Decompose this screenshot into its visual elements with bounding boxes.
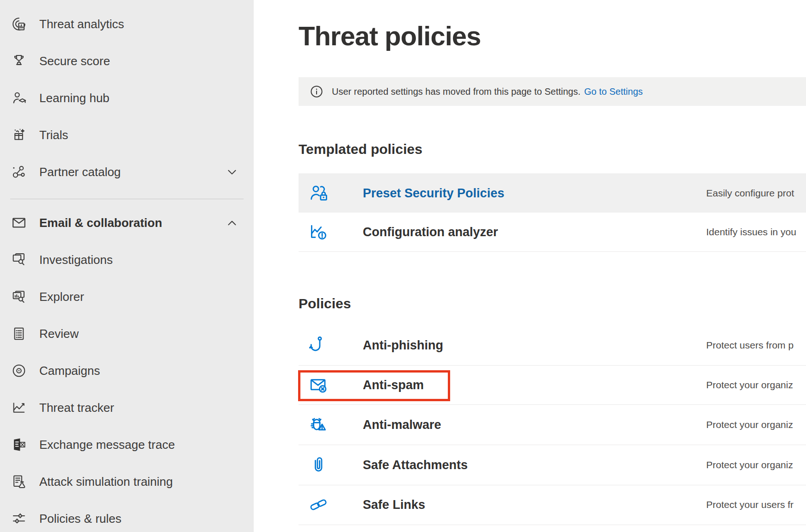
row-title[interactable]: Configuration analyzer <box>363 225 498 239</box>
sidebar-item-label: Attack simulation training <box>39 475 173 489</box>
left-nav-sidebar: Threat analytics Secure score Learning h… <box>0 0 254 532</box>
sidebar-item-email-collaboration[interactable]: Email & collaboration <box>0 204 254 241</box>
row-description: Protect users from p <box>706 340 794 351</box>
row-description: Protect your organiz <box>706 419 793 430</box>
row-description: Protect your organiz <box>706 379 793 391</box>
templated-policies-heading: Templated policies <box>299 141 422 157</box>
row-divider <box>299 525 806 525</box>
sidebar-item-threat-tracker[interactable]: Threat tracker <box>0 389 254 426</box>
anti-spam-icon <box>308 374 329 396</box>
sidebar-item-learning-hub[interactable]: Learning hub <box>0 79 254 116</box>
sidebar-item-investigations[interactable]: Investigations <box>0 241 254 278</box>
banner-message: User reported settings has moved from th… <box>332 86 580 97</box>
page-title: Threat policies <box>299 20 481 51</box>
sidebar-item-exchange-message-trace[interactable]: Exchange message trace <box>0 426 254 463</box>
sidebar-item-label: Investigations <box>39 253 113 267</box>
row-description: Easily configure prot <box>706 188 794 199</box>
anti-phishing-icon <box>308 335 329 356</box>
sidebar-item-review[interactable]: Review <box>0 315 254 352</box>
info-banner: User reported settings has moved from th… <box>299 77 806 106</box>
safe-links-icon <box>308 494 329 515</box>
threat-analytics-icon <box>10 15 28 33</box>
sidebar-item-label: Review <box>39 327 79 341</box>
row-description: Protect your users fr <box>706 499 794 510</box>
row-description: Identify issues in you <box>706 226 796 238</box>
anti-malware-icon <box>308 414 329 435</box>
sidebar-item-label: Exchange message trace <box>39 438 175 452</box>
sidebar-item-attack-simulation-training[interactable]: Attack simulation training <box>0 463 254 500</box>
row-anti-phishing[interactable]: Anti-phishing Protect users from p <box>299 325 806 365</box>
row-anti-spam[interactable]: Anti-spam Protect your organiz <box>299 365 806 404</box>
row-title[interactable]: Anti-malware <box>363 417 441 432</box>
sidebar-item-label: Email & collaboration <box>39 216 162 230</box>
sidebar-item-threat-analytics[interactable]: Threat analytics <box>0 6 254 43</box>
threat-policies-page: { "page": { "title": "Threat policies" }… <box>0 0 806 532</box>
sidebar-item-policies-rules[interactable]: Policies & rules <box>0 500 254 532</box>
sidebar-item-trials[interactable]: Trials <box>0 116 254 153</box>
row-title-link[interactable]: Preset Security Policies <box>363 186 504 200</box>
explorer-icon <box>10 287 28 306</box>
learning-hub-icon <box>10 89 28 107</box>
safe-attachments-icon <box>308 454 329 476</box>
row-safe-attachments[interactable]: Safe Attachments Protect your organiz <box>299 445 806 485</box>
email-collaboration-icon <box>10 214 28 232</box>
threat-tracker-icon <box>10 398 28 417</box>
chevron-down-icon[interactable] <box>226 166 238 178</box>
chevron-up-icon[interactable] <box>226 217 238 229</box>
campaigns-icon <box>10 361 28 380</box>
sidebar-item-label: Threat analytics <box>39 17 124 31</box>
row-title[interactable]: Safe Links <box>363 498 425 512</box>
sidebar-item-label: Explorer <box>39 290 84 304</box>
row-divider <box>299 251 806 252</box>
sidebar-item-label: Threat tracker <box>39 401 114 415</box>
row-preset-security-policies[interactable]: Preset Security Policies Easily configur… <box>299 173 806 213</box>
sidebar-item-secure-score[interactable]: Secure score <box>0 43 254 79</box>
sidebar-item-partner-catalog[interactable]: Partner catalog <box>0 153 254 190</box>
row-description: Protect your organiz <box>706 459 793 471</box>
investigations-icon <box>10 251 28 269</box>
sidebar-item-label: Campaigns <box>39 364 100 378</box>
nav-menu: Threat analytics Secure score Learning h… <box>0 0 254 532</box>
preset-security-icon <box>308 183 329 204</box>
info-icon <box>310 85 324 98</box>
policies-heading: Policies <box>299 296 351 312</box>
trials-icon <box>10 126 28 144</box>
exchange-icon <box>10 435 28 454</box>
go-to-settings-link[interactable]: Go to Settings <box>584 86 643 97</box>
row-anti-malware[interactable]: Anti-malware Protect your organiz <box>299 404 806 445</box>
row-safe-links[interactable]: Safe Links Protect your users fr <box>299 485 806 525</box>
review-icon <box>10 324 28 343</box>
row-title[interactable]: Anti-phishing <box>363 338 443 353</box>
sidebar-item-label: Learning hub <box>39 91 110 105</box>
sidebar-item-explorer[interactable]: Explorer <box>0 278 254 315</box>
sidebar-item-label: Policies & rules <box>39 512 122 526</box>
configuration-analyzer-icon <box>308 221 329 243</box>
row-title[interactable]: Anti-spam <box>363 378 424 392</box>
policies-rules-icon <box>10 509 28 528</box>
secure-score-icon <box>10 52 28 70</box>
main-content: Threat policies User reported settings h… <box>254 0 806 532</box>
sidebar-divider <box>10 199 244 199</box>
sidebar-item-label: Partner catalog <box>39 165 121 179</box>
partner-catalog-icon <box>10 163 28 181</box>
row-configuration-analyzer[interactable]: Configuration analyzer Identify issues i… <box>299 213 806 251</box>
sidebar-item-campaigns[interactable]: Campaigns <box>0 352 254 389</box>
row-title[interactable]: Safe Attachments <box>363 458 468 472</box>
attack-simulation-icon <box>10 472 28 491</box>
sidebar-item-label: Trials <box>39 128 68 142</box>
sidebar-item-label: Secure score <box>39 54 110 68</box>
